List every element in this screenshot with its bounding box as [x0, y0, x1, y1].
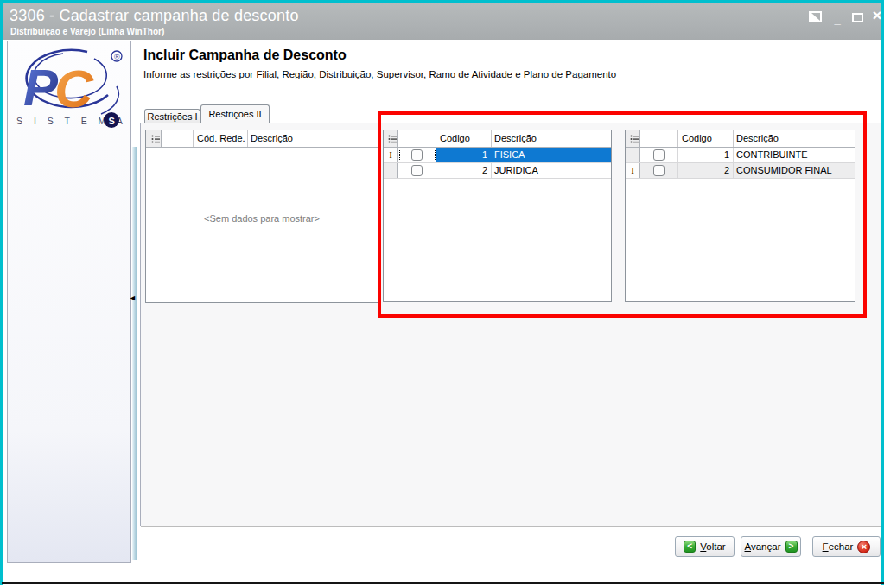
window-border-left: [0, 0, 3, 585]
row-checkbox[interactable]: [411, 165, 423, 176]
minimize-icon[interactable]: _: [831, 9, 843, 24]
svg-text:C: C: [54, 59, 94, 118]
sidebar-panel: P C ® S I S T E M A S: [7, 41, 131, 563]
empty-data-message: <Sem dados para mostrar>: [146, 213, 378, 224]
titlebar[interactable]: 3306 - Cadastrar campanha de desconto Di…: [3, 3, 881, 40]
column-header-descricao[interactable]: Descrição: [492, 130, 611, 147]
voltar-button[interactable]: < Voltar: [675, 536, 735, 557]
table-row-consumidor-final[interactable]: I 2 CONSUMIDOR FINAL: [626, 163, 855, 179]
avancar-label: Avançar: [745, 541, 781, 552]
avancar-button[interactable]: Avançar >: [741, 536, 801, 557]
window-title: 3306 - Cadastrar campanha de desconto: [10, 7, 299, 25]
window-border-bottom: [2, 582, 884, 584]
table-row-fisica[interactable]: I 1 FISICA: [384, 148, 611, 163]
window-border-top: [0, 0, 884, 3]
fechar-button[interactable]: Fechar ×: [812, 536, 881, 557]
maximize-icon[interactable]: [852, 13, 863, 22]
column-header-codigo[interactable]: Codigo: [436, 130, 492, 147]
row-checkbox[interactable]: [411, 149, 423, 161]
sidebar-splitter[interactable]: [132, 147, 137, 560]
column-header-descricao[interactable]: Descrição: [248, 130, 378, 147]
grid-consumidor-header: Codigo Descrição: [626, 130, 855, 148]
descricao-cell[interactable]: CONTRIBUINTE: [734, 148, 855, 162]
grid-rede-header: Cód. Rede. Descrição: [146, 130, 378, 148]
descricao-cell[interactable]: FISICA: [492, 148, 611, 162]
row-checkbox[interactable]: [653, 149, 665, 161]
row-indicator: [626, 148, 640, 162]
descricao-cell[interactable]: CONSUMIDOR FINAL: [734, 163, 855, 178]
back-arrow-icon: <: [684, 541, 696, 553]
resize-icon[interactable]: [809, 11, 823, 23]
footer-separator: [141, 526, 881, 527]
grid-options-icon[interactable]: [626, 130, 640, 147]
codigo-cell[interactable]: 2: [678, 163, 734, 178]
svg-text:P: P: [23, 59, 59, 117]
checkbox-cell[interactable]: [398, 148, 436, 162]
app-window: 3306 - Cadastrar campanha de desconto Di…: [0, 0, 884, 588]
codigo-cell[interactable]: 2: [436, 163, 492, 178]
table-row-juridica[interactable]: 2 JURIDICA: [384, 163, 611, 179]
grid-tipo-consumidor: Codigo Descrição 1 CONTRIBUINTE I 2 CONS…: [625, 130, 855, 302]
svg-text:S: S: [109, 116, 115, 126]
collapse-arrow-icon[interactable]: ◄: [129, 294, 137, 302]
checkbox-cell[interactable]: [640, 163, 678, 178]
row-indicator: [384, 163, 398, 178]
svg-text:®: ®: [114, 53, 120, 61]
tab-restricoes-1[interactable]: Restrições I: [144, 109, 200, 123]
window-subtitle: Distribuição e Varejo (Linha WinThor): [10, 27, 164, 36]
row-indicator: I: [384, 148, 398, 162]
grid-rede: Cód. Rede. Descrição <Sem dados para mos…: [145, 130, 378, 303]
grid-options-icon[interactable]: [384, 130, 398, 147]
codigo-cell[interactable]: 1: [436, 148, 492, 162]
forward-arrow-icon: >: [785, 541, 798, 553]
column-header-codigo[interactable]: Codigo: [678, 130, 734, 147]
page-title: Incluir Campanha de Desconto: [143, 47, 347, 63]
close-x-icon: ×: [857, 541, 870, 553]
column-header-cod-rede[interactable]: Cód. Rede.: [194, 130, 248, 147]
tab-restricoes-2[interactable]: Restrições II: [200, 104, 270, 123]
table-row-contribuinte[interactable]: 1 CONTRIBUINTE: [626, 148, 855, 163]
grid-pessoa-header: Codigo Descrição: [384, 130, 611, 148]
codigo-cell[interactable]: 1: [678, 148, 734, 162]
column-header-check[interactable]: [398, 130, 436, 147]
row-checkbox[interactable]: [653, 165, 665, 176]
page-description: Informe as restrições por Filial, Região…: [143, 69, 616, 79]
checkbox-cell[interactable]: [640, 148, 678, 162]
row-indicator: I: [626, 163, 640, 178]
column-header-check[interactable]: [640, 130, 678, 147]
descricao-cell[interactable]: JURIDICA: [492, 163, 611, 178]
column-blank[interactable]: [162, 130, 194, 147]
fechar-label: Fechar: [823, 541, 854, 552]
grid-options-icon[interactable]: [146, 130, 162, 147]
column-header-descricao[interactable]: Descrição: [734, 130, 855, 147]
checkbox-cell[interactable]: [398, 163, 436, 178]
grid-tipo-pessoa: Codigo Descrição I 1 FISICA 2 JURIDICA: [383, 130, 612, 302]
voltar-label: Voltar: [700, 541, 725, 552]
pc-sistemas-logo: P C ® S I S T E M A S: [11, 45, 127, 130]
